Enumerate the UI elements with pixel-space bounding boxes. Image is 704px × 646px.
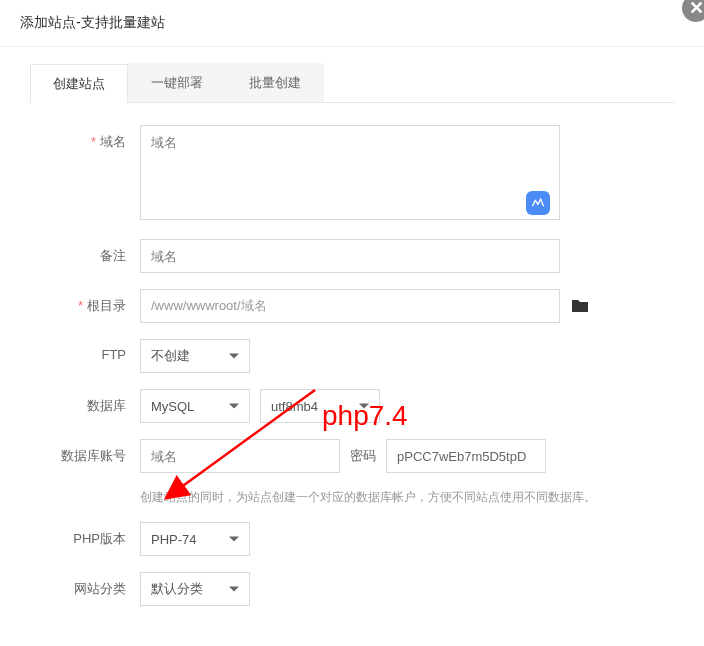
db-user-input[interactable] <box>140 439 340 473</box>
tab-batch-create[interactable]: 批量创建 <box>226 63 324 102</box>
row-ftp: FTP 不创建 <box>30 339 674 373</box>
db-help-text: 创建站点的同时，为站点创建一个对应的数据库帐户，方便不同站点使用不同数据库。 <box>140 489 674 506</box>
label-category: 网站分类 <box>30 572 140 598</box>
db-password-input[interactable] <box>386 439 546 473</box>
assistant-icon[interactable] <box>526 191 550 215</box>
label-database: 数据库 <box>30 389 140 415</box>
row-php-version: PHP版本 PHP-74 <box>30 522 674 556</box>
database-charset-select[interactable]: utf8mb4 <box>260 389 380 423</box>
tab-create-site[interactable]: 创建站点 <box>30 64 128 103</box>
add-site-modal: ✕ 添加站点-支持批量建站 创建站点 一键部署 批量创建 *域名 <box>0 0 704 646</box>
row-domain: *域名 <box>30 125 674 223</box>
folder-icon[interactable] <box>570 298 590 314</box>
database-type-select[interactable]: MySQL <box>140 389 250 423</box>
required-mark: * <box>91 134 96 149</box>
ftp-select[interactable]: 不创建 <box>140 339 250 373</box>
modal-footer: 取消 提交 <box>0 632 704 646</box>
row-root: *根目录 <box>30 289 674 323</box>
domain-textarea[interactable] <box>140 125 560 220</box>
category-select[interactable]: 默认分类 <box>140 572 250 606</box>
modal-body: 创建站点 一键部署 批量创建 *域名 备注 <box>0 47 704 632</box>
label-php-version: PHP版本 <box>30 522 140 548</box>
row-db-account: 数据库账号 密码 创建站点的同时，为站点创建一个对应的数据库帐户，方便不同站点使… <box>30 439 674 506</box>
label-db-password: 密码 <box>350 447 376 465</box>
tabs: 创建站点 一键部署 批量创建 <box>30 63 674 103</box>
label-domain: *域名 <box>30 125 140 151</box>
close-icon: ✕ <box>689 0 704 19</box>
row-category: 网站分类 默认分类 <box>30 572 674 606</box>
label-db-account: 数据库账号 <box>30 439 140 465</box>
tab-one-click-deploy[interactable]: 一键部署 <box>128 63 226 102</box>
modal-title: 添加站点-支持批量建站 <box>0 0 704 47</box>
row-database: 数据库 MySQL utf8mb4 <box>30 389 674 423</box>
label-root: *根目录 <box>30 289 140 315</box>
remark-input[interactable] <box>140 239 560 273</box>
label-remark: 备注 <box>30 239 140 265</box>
required-mark: * <box>78 298 83 313</box>
row-remark: 备注 <box>30 239 674 273</box>
label-ftp: FTP <box>30 339 140 362</box>
root-input[interactable] <box>140 289 560 323</box>
php-version-select[interactable]: PHP-74 <box>140 522 250 556</box>
